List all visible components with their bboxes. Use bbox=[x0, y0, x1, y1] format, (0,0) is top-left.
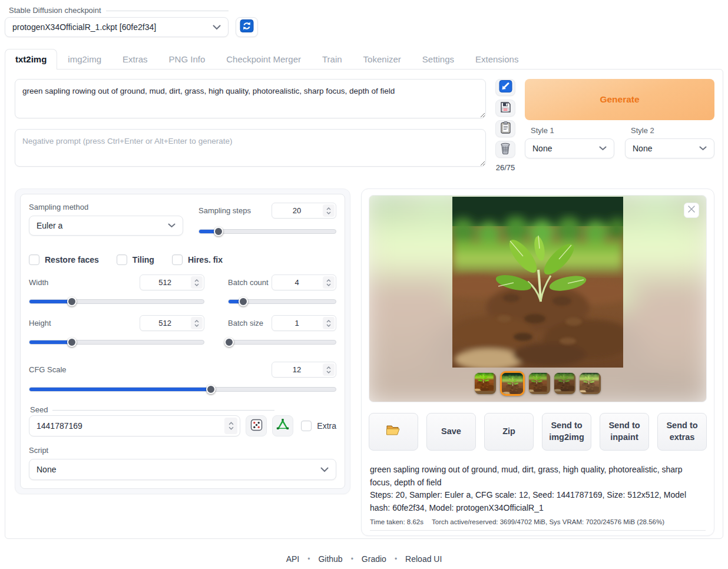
close-icon bbox=[687, 205, 696, 216]
batch-count-value: 4 bbox=[272, 275, 322, 290]
send-to-img2img-button[interactable]: Send to img2img bbox=[542, 413, 591, 451]
width-input[interactable]: 512 bbox=[140, 274, 204, 290]
generated-image[interactable] bbox=[452, 197, 624, 368]
width-value: 512 bbox=[140, 275, 190, 290]
chevron-down-icon bbox=[599, 146, 607, 151]
height-input[interactable]: 512 bbox=[140, 315, 204, 331]
hires-fix-checkbox[interactable]: Hires. fix bbox=[172, 254, 223, 265]
thumbnail-2-selected[interactable] bbox=[500, 371, 525, 396]
generation-info: green sapling rowing out of ground, mud,… bbox=[369, 464, 707, 531]
chevron-down-icon bbox=[320, 467, 329, 472]
paste-parameters-button[interactable] bbox=[495, 79, 515, 96]
slider-knob[interactable] bbox=[224, 338, 234, 347]
send-to-inpaint-button[interactable]: Send to inpaint bbox=[600, 413, 649, 451]
generation-settings-panel: Sampling method Euler a Sampling steps bbox=[15, 188, 350, 494]
extra-seed-checkbox[interactable]: Extra bbox=[301, 421, 336, 431]
stepper-arrows[interactable] bbox=[323, 204, 335, 217]
slider-knob[interactable] bbox=[206, 385, 216, 394]
vram-usage-text: Torch active/reserved: 3699/4702 MiB, Sy… bbox=[432, 518, 664, 525]
github-link[interactable]: Github bbox=[318, 554, 342, 564]
zip-button[interactable]: Zip bbox=[484, 413, 534, 451]
stepper-arrows[interactable] bbox=[191, 276, 203, 289]
negative-prompt-input[interactable] bbox=[15, 129, 486, 167]
checkbox-box[interactable] bbox=[301, 421, 312, 431]
thumbnail-5[interactable] bbox=[580, 373, 601, 394]
reload-ui-link[interactable]: Reload UI bbox=[405, 554, 442, 564]
style2-select[interactable]: None bbox=[625, 138, 714, 158]
clear-prompt-button[interactable] bbox=[495, 141, 515, 158]
apply-style-button[interactable] bbox=[495, 120, 515, 137]
slider-fill bbox=[199, 230, 218, 233]
stepper-arrows[interactable] bbox=[323, 317, 335, 329]
sampling-steps-slider[interactable] bbox=[198, 226, 336, 237]
checkbox-box[interactable] bbox=[29, 254, 39, 265]
thumbnail-4[interactable] bbox=[554, 373, 575, 394]
batch-size-input[interactable]: 1 bbox=[272, 315, 336, 331]
height-label: Height bbox=[29, 319, 51, 327]
divider bbox=[370, 530, 706, 531]
stepper-arrows[interactable] bbox=[323, 276, 335, 289]
output-panel: Save Zip Send to img2img Send to inpaint… bbox=[361, 188, 714, 536]
seed-input[interactable]: 1441787169 bbox=[29, 415, 240, 436]
sampling-steps-input[interactable]: 20 bbox=[272, 203, 336, 219]
tab-checkpoint-merger[interactable]: Checkpoint Merger bbox=[216, 49, 312, 69]
generate-button[interactable]: Generate bbox=[525, 79, 714, 120]
open-output-folder-button[interactable] bbox=[369, 413, 418, 451]
cfg-scale-input[interactable]: 12 bbox=[272, 362, 336, 378]
style1-select[interactable]: None bbox=[525, 138, 614, 158]
batch-count-slider[interactable] bbox=[228, 296, 336, 307]
script-select[interactable]: None bbox=[29, 459, 336, 480]
height-value: 512 bbox=[140, 316, 190, 330]
prompt-input[interactable] bbox=[15, 79, 486, 118]
sampling-steps-value: 20 bbox=[272, 203, 322, 218]
tab-extras[interactable]: Extras bbox=[112, 49, 158, 69]
random-seed-button[interactable] bbox=[246, 415, 267, 436]
save-image-button[interactable]: Save bbox=[426, 413, 476, 451]
checkbox-box[interactable] bbox=[172, 254, 183, 265]
batch-size-slider[interactable] bbox=[228, 337, 336, 348]
legend-line bbox=[106, 11, 229, 11]
save-style-button[interactable] bbox=[495, 100, 515, 117]
checkpoint-select[interactable]: protogenX34OfficialR_1.ckpt [60fe2f34] bbox=[5, 17, 229, 37]
cfg-scale-slider[interactable] bbox=[29, 384, 336, 395]
tab-extensions[interactable]: Extensions bbox=[465, 49, 529, 69]
batch-count-input[interactable]: 4 bbox=[272, 274, 336, 290]
stepper-arrows[interactable] bbox=[224, 418, 237, 434]
slider-fill bbox=[229, 300, 243, 303]
style1-label: Style 1 bbox=[531, 126, 614, 135]
tiling-checkbox[interactable]: Tiling bbox=[117, 254, 154, 265]
slider-knob[interactable] bbox=[67, 297, 77, 306]
thumbnail-3[interactable] bbox=[529, 373, 550, 394]
checkpoint-legend: Stable Diffusion checkpoint bbox=[9, 6, 229, 15]
tab-train[interactable]: Train bbox=[312, 49, 353, 69]
hires-fix-label: Hires. fix bbox=[188, 255, 223, 264]
tab-tokenizer[interactable]: Tokenizer bbox=[353, 49, 412, 69]
reuse-seed-button[interactable] bbox=[272, 415, 293, 436]
style2-value: None bbox=[633, 144, 652, 153]
restore-faces-checkbox[interactable]: Restore faces bbox=[29, 254, 99, 265]
thumbnail-1[interactable] bbox=[475, 373, 496, 394]
footer: API • Github • Gradio • Reload UI python… bbox=[5, 554, 723, 569]
tab-settings[interactable]: Settings bbox=[412, 49, 465, 69]
slider-knob[interactable] bbox=[214, 227, 223, 236]
chevron-down-icon bbox=[213, 25, 221, 30]
refresh-checkpoints-button[interactable] bbox=[236, 17, 258, 37]
stepper-arrows[interactable] bbox=[323, 363, 335, 376]
tab-txt2img[interactable]: txt2img bbox=[5, 49, 57, 70]
checkbox-box[interactable] bbox=[117, 254, 127, 265]
width-slider[interactable] bbox=[29, 296, 204, 307]
tab-png-info[interactable]: PNG Info bbox=[158, 49, 216, 69]
slider-knob[interactable] bbox=[67, 338, 77, 347]
stepper-arrows[interactable] bbox=[191, 317, 203, 329]
tab-img2img[interactable]: img2img bbox=[57, 49, 112, 69]
tiling-label: Tiling bbox=[133, 255, 154, 264]
sampling-method-select[interactable]: Euler a bbox=[29, 216, 183, 236]
height-slider[interactable] bbox=[29, 337, 204, 348]
send-to-extras-button[interactable]: Send to extras bbox=[657, 413, 707, 451]
close-gallery-button[interactable] bbox=[684, 203, 699, 218]
slider-knob[interactable] bbox=[239, 297, 248, 306]
api-link[interactable]: API bbox=[286, 554, 300, 564]
sampling-method-label: Sampling method bbox=[29, 203, 183, 211]
gradio-link[interactable]: Gradio bbox=[362, 554, 386, 564]
trash-icon bbox=[500, 143, 511, 157]
